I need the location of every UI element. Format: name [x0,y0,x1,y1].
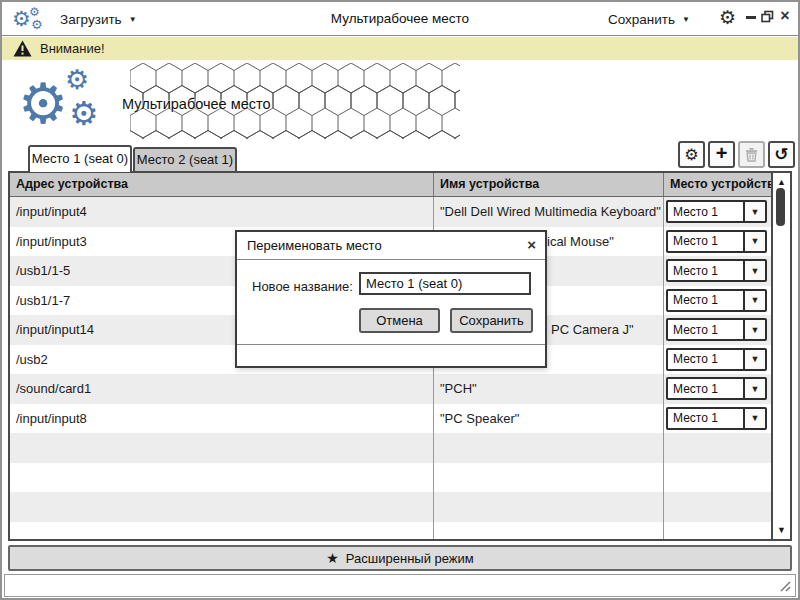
chevron-down-icon: ▼ [743,291,765,310]
star-icon: ★ [326,550,339,566]
seat-select-value: Место 1 [668,382,743,396]
reset-button[interactable]: ↺ [768,141,795,168]
seat-select[interactable]: Место 1▼ [666,377,767,400]
resize-grip[interactable] [778,579,792,593]
minimize-icon [746,16,756,19]
device-seat-cell: Место 1▼ [664,345,773,375]
device-name: "PC Speaker" [434,404,664,434]
seat-select[interactable]: Место 1▼ [666,348,767,371]
device-seat-cell: Место 1▼ [664,256,773,286]
undo-reset-icon: ↺ [774,146,788,163]
new-name-input[interactable] [359,272,531,295]
warning-banner[interactable]: Внимание! [2,37,798,60]
tab-seat-0[interactable]: Место 1 (seat 0) [28,145,132,172]
device-seat-cell [664,463,773,493]
scroll-up-icon[interactable]: ▲ [773,177,790,187]
seat-select-value: Место 1 [668,264,743,278]
delete-seat-button [738,141,765,168]
seat-select-value: Место 1 [668,205,743,219]
device-name [434,463,664,493]
table-row[interactable]: /input/input4"Dell Dell Wired Multimedia… [10,197,773,227]
title-bar: ⚙ ⚙ ⚙ Загрузить ▼ Мультирабочее место Со… [2,2,798,36]
advanced-mode-label: Расширенный режим [346,551,474,566]
chevron-down-icon: ▼ [743,350,765,369]
seat-select[interactable]: Место 1▼ [666,318,767,341]
new-name-label: Новое название: [252,279,353,294]
plus-icon: + [716,142,728,165]
rename-seat-dialog: Переименовать место × Новое название: От… [235,230,547,368]
device-address [10,463,434,493]
table-row[interactable]: /sound/card1"PCH"Место 1▼ [10,374,773,404]
device-name [434,433,664,463]
column-header-seat: Место устройства [664,173,773,196]
seat-select[interactable]: Место 1▼ [666,200,767,223]
tab-seat-1[interactable]: Место 2 (seat 1) [133,147,237,171]
seat-select-value: Место 1 [668,234,743,248]
vertical-scrollbar[interactable]: ▲ ▼ [771,173,790,539]
device-seat-cell [664,433,773,463]
device-seat-cell [664,522,773,540]
maximize-icon [761,10,774,23]
device-address [10,433,434,463]
dialog-title: Переименовать место [247,238,382,253]
device-address [10,522,434,540]
seat-select-value: Место 1 [668,411,743,425]
trash-icon [744,147,759,162]
cancel-button[interactable]: Отмена [359,308,440,333]
device-address: /input/input8 [10,404,434,434]
table-row-empty [10,522,773,540]
chevron-down-icon: ▼ [743,409,765,428]
table-row-empty [10,492,773,522]
seat-select[interactable]: Место 1▼ [666,407,767,430]
close-button[interactable]: × [778,8,792,24]
table-row-empty [10,433,773,463]
status-bar [4,574,796,597]
app-logo-gears-icon: ⚙ ⚙ ⚙ [18,66,114,136]
chevron-down-icon: ▼ [743,379,765,398]
chevron-down-icon: ▼ [743,320,765,339]
chevron-down-icon: ▼ [743,261,765,280]
dialog-footer-divider [237,344,545,345]
app-window: ⚙ ⚙ ⚙ Загрузить ▼ Мультирабочее место Со… [0,0,800,600]
device-name [434,522,664,540]
save-menu-button[interactable]: Сохранить ▼ [608,10,690,28]
save-button[interactable]: Сохранить [450,308,533,333]
maximize-button[interactable] [760,8,774,24]
device-name [434,492,664,522]
device-address: /input/input4 [10,197,434,227]
table-row-empty [10,463,773,493]
device-seat-cell [664,492,773,522]
settings-gear-icon[interactable]: ⚙ [719,8,736,27]
scroll-down-icon[interactable]: ▼ [773,525,790,535]
minimize-button[interactable] [744,8,758,24]
chevron-down-icon: ▼ [743,232,765,251]
seat-select[interactable]: Место 1▼ [666,230,767,253]
seat-select[interactable]: Место 1▼ [666,259,767,282]
chevron-down-icon: ▼ [682,15,690,24]
device-seat-cell: Место 1▼ [664,404,773,434]
column-header-name: Имя устройства [434,173,664,196]
table-row[interactable]: /input/input8"PC Speaker"Место 1▼ [10,404,773,434]
device-name: "PCH" [434,374,664,404]
device-seat-cell: Место 1▼ [664,315,773,345]
seat-select-value: Место 1 [668,293,743,307]
advanced-mode-button[interactable]: ★ Расширенный режим [8,545,792,571]
warning-icon [13,40,32,57]
device-seat-cell: Место 1▼ [664,374,773,404]
page-title: Мультирабочее место [122,96,271,112]
seat-settings-button[interactable]: ⚙ [678,141,705,168]
app-header: ⚙ ⚙ ⚙ Мультирабочее место [2,60,798,144]
seat-select-value: Место 1 [668,323,743,337]
seat-select[interactable]: Место 1▼ [666,289,767,312]
add-seat-button[interactable]: + [708,141,735,168]
device-seat-cell: Место 1▼ [664,227,773,257]
chevron-down-icon: ▼ [743,202,765,221]
device-name: "Dell Dell Wired Multimedia Keyboard" [434,197,664,227]
seat-select-value: Место 1 [668,352,743,366]
device-seat-cell: Место 1▼ [664,197,773,227]
scrollbar-thumb[interactable] [776,188,785,226]
dialog-close-icon[interactable]: × [527,236,536,253]
warning-text: Внимание! [40,41,105,56]
save-menu-label: Сохранить [608,12,675,27]
dialog-title-bar: Переименовать место × [237,232,545,260]
